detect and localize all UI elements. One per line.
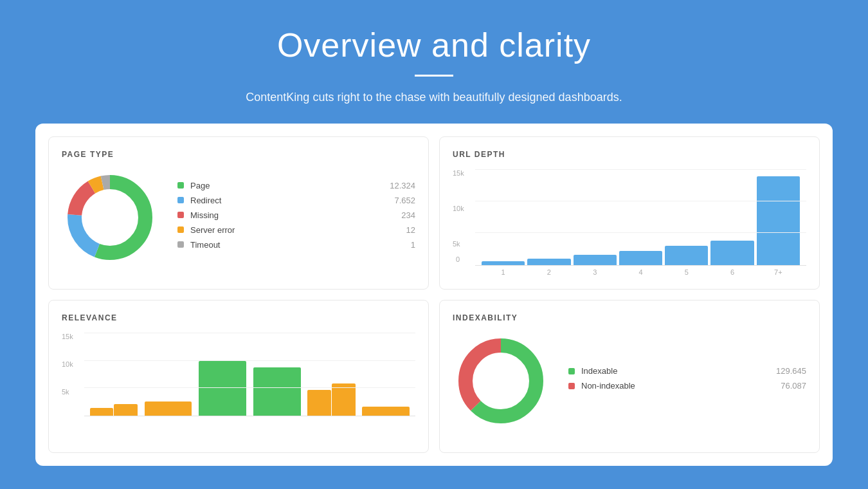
legend-item-timeout: Timeout 1: [177, 240, 415, 250]
legend-value-non-indexable: 76.087: [781, 381, 806, 391]
rel-bar-3a: [199, 361, 246, 416]
indexability-svg: [453, 333, 549, 429]
legend-label-page: Page: [190, 181, 390, 190]
rel-bars-row: [84, 333, 415, 416]
x-label-4: 4: [619, 268, 662, 276]
rel-bar-5a: [307, 390, 331, 416]
indexability-content: Indexable 129.645 Non-indexable 76.087: [453, 333, 806, 429]
rel-y-5k: 5k: [62, 388, 69, 396]
page-type-legend: Page 12.324 Redirect 7.652 Missing 234 S…: [177, 181, 415, 255]
relevance-chart: 15k 10k 5k: [62, 333, 415, 416]
legend-dot-redirect: [177, 197, 184, 203]
rel-bar-5b: [332, 383, 356, 416]
rel-group-2: [142, 401, 195, 416]
x-label-3: 3: [574, 268, 617, 276]
indexability-donut: [453, 333, 549, 429]
x-labels: 1 2 3 4 5 6 7+: [475, 266, 806, 276]
legend-dot-non-indexable: [568, 383, 575, 389]
bars-row: [475, 169, 806, 265]
page-type-title: PAGE TYPE: [62, 150, 415, 159]
donut-svg: [62, 169, 158, 266]
url-depth-widget: URL DEPTH 15k 10k 5k 0: [439, 136, 820, 290]
indexability-widget: INDEXABILITY Indexable 129.645: [439, 300, 820, 453]
legend-value-server-error: 12: [406, 225, 415, 235]
bar-group-7: [757, 176, 800, 265]
rel-gridline-mid2: [84, 387, 415, 388]
legend-item-redirect: Redirect 7.652: [177, 196, 415, 205]
rel-group-5: [305, 383, 358, 416]
indexability-title: INDEXABILITY: [453, 313, 806, 322]
bar-group-3: [574, 255, 617, 265]
relevance-widget: RELEVANCE 15k 10k 5k: [48, 300, 429, 453]
relevance-title: RELEVANCE: [62, 313, 415, 322]
legend-dot-timeout: [177, 241, 184, 248]
legend-label-redirect: Redirect: [190, 196, 394, 205]
legend-label-non-indexable: Non-indexable: [581, 381, 781, 391]
page-type-content: Page 12.324 Redirect 7.652 Missing 234 S…: [62, 169, 415, 266]
rel-group-1: [87, 404, 140, 416]
rel-y-10k: 10k: [62, 360, 73, 368]
bar-5: [665, 246, 708, 265]
legend-value-indexable: 129.645: [776, 366, 806, 376]
rel-bar-2a: [145, 401, 192, 416]
dashboard-container: PAGE TYPE: [35, 124, 833, 466]
rel-bar-1b: [114, 404, 138, 416]
bar-4: [619, 251, 662, 265]
page-title: Overview and clarity: [13, 26, 855, 64]
gridline-top: [475, 169, 806, 170]
bar-6: [710, 241, 754, 265]
title-divider: [415, 75, 453, 77]
rel-group-6: [359, 407, 412, 416]
url-depth-title: URL DEPTH: [453, 150, 806, 159]
gridline-mid1: [475, 201, 806, 201]
legend-item-missing: Missing 234: [177, 210, 415, 220]
legend-label-missing: Missing: [190, 210, 401, 220]
bar-group-1: [482, 261, 525, 265]
bar-group-4: [619, 251, 662, 265]
gridline-mid2: [475, 232, 806, 233]
rel-bar-6a: [362, 407, 410, 416]
svg-point-8: [474, 354, 528, 408]
legend-label-indexable: Indexable: [581, 366, 776, 376]
donut-chart: [62, 169, 158, 266]
legend-item-page: Page 12.324: [177, 181, 415, 190]
y-label-15k: 15k: [453, 169, 464, 177]
bar-3: [574, 255, 617, 265]
rel-bar-4a: [253, 367, 301, 416]
legend-value-missing: 234: [401, 210, 415, 220]
url-depth-chart: 15k 10k 5k 0: [453, 169, 806, 276]
bar-area: [475, 169, 806, 266]
rel-gridline-mid1: [84, 360, 415, 361]
legend-label-server-error: Server error: [190, 225, 406, 235]
legend-dot-missing: [177, 212, 184, 218]
bar-group-6: [710, 241, 754, 265]
legend-dot-server-error: [177, 226, 184, 233]
legend-dot-page: [177, 182, 184, 189]
x-label-2: 2: [527, 268, 570, 276]
bar-group-2: [527, 259, 570, 265]
legend-dot-indexable: [568, 368, 575, 374]
rel-bar-1a: [90, 408, 114, 416]
page-subtitle: ContentKing cuts right to the chase with…: [13, 91, 855, 104]
page-header: Overview and clarity ContentKing cuts ri…: [0, 0, 868, 124]
rel-group-4: [251, 367, 303, 416]
x-label-5: 5: [665, 268, 708, 276]
bar-2: [527, 259, 570, 265]
y-label-5k: 5k: [453, 240, 460, 248]
bar-group-5: [665, 246, 708, 265]
legend-value-timeout: 1: [411, 240, 415, 250]
legend-value-page: 12.324: [390, 181, 415, 190]
indexability-legend: Indexable 129.645 Non-indexable 76.087: [568, 366, 806, 396]
x-label-1: 1: [482, 268, 525, 276]
rel-group-3: [196, 361, 249, 416]
legend-item-server-error: Server error 12: [177, 225, 415, 235]
rel-bar-area: [84, 333, 415, 416]
rel-y-15k: 15k: [62, 333, 73, 340]
legend-value-redirect: 7.652: [394, 196, 415, 205]
y-label-0: 0: [456, 255, 460, 263]
rel-gridline-top: [84, 333, 415, 333]
legend-item-non-indexable: Non-indexable 76.087: [568, 381, 806, 391]
legend-item-indexable: Indexable 129.645: [568, 366, 806, 376]
legend-label-timeout: Timeout: [190, 240, 411, 250]
page-type-widget: PAGE TYPE: [48, 136, 429, 290]
